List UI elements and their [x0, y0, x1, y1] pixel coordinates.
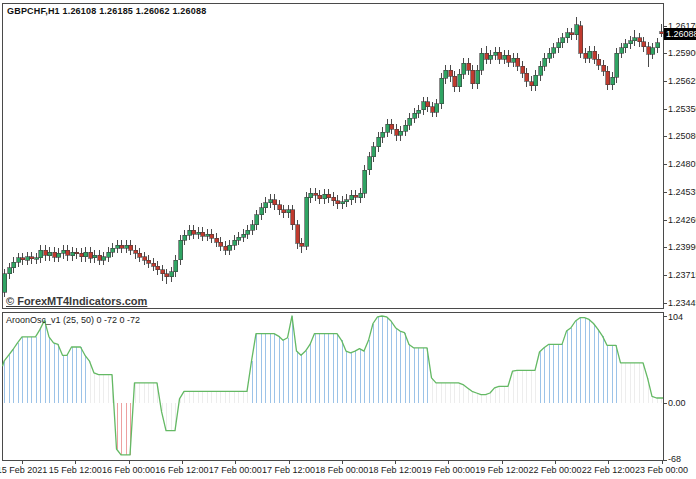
price-axis-label: 1.25900 [668, 48, 696, 58]
time-axis-label: 23 Feb 00:00 [635, 465, 688, 475]
mt4-chart-window: GBPCHF,H1 1.26108 1.26185 1.26062 1.2608… [0, 0, 696, 479]
chart-canvas[interactable] [0, 0, 696, 479]
time-axis-label: 22 Feb 00:00 [528, 465, 581, 475]
oscillator-axis-label: 0.00 [668, 398, 686, 408]
price-axis-label: 1.24260 [668, 215, 696, 225]
price-axis-label: 1.25625 [668, 76, 696, 86]
time-axis-label: 15 Feb 2021 [0, 465, 47, 475]
time-axis-label: 18 Feb 00:00 [315, 465, 368, 475]
price-axis-label: 1.23990 [668, 242, 696, 252]
time-axis-label: 19 Feb 00:00 [422, 465, 475, 475]
main-chart-border [3, 4, 664, 309]
time-axis-label: 19 Feb 12:00 [475, 465, 528, 475]
price-axis-label: 1.24535 [668, 187, 696, 197]
time-axis-label: 22 Feb 12:00 [582, 465, 635, 475]
price-axis-label: 1.25080 [668, 131, 696, 141]
current-price-tag: 1.26088 [664, 28, 696, 40]
oscillator-series [5, 316, 662, 455]
watermark-link[interactable]: © ForexMT4Indicators.com [6, 295, 147, 307]
time-axis-label: 16 Feb 12:00 [155, 465, 208, 475]
indicator-label: AroonOsc_v1 (25, 50) 0 -72 0 -72 [6, 315, 140, 325]
chart-title: GBPCHF,H1 1.26108 1.26185 1.26062 1.2608… [7, 6, 206, 16]
price-axis-label: 1.25350 [668, 104, 696, 114]
time-axis-label: 17 Feb 12:00 [262, 465, 315, 475]
oscillator-axis-label: -68 [668, 454, 681, 464]
time-axis-label: 15 Feb 12:00 [49, 465, 102, 475]
time-axis-label: 17 Feb 00:00 [209, 465, 262, 475]
oscillator-axis-label: 104 [668, 312, 683, 322]
time-axis-label: 18 Feb 12:00 [369, 465, 422, 475]
candlestick-series [3, 17, 664, 297]
price-axis-label: 1.23715 [668, 270, 696, 280]
price-axis-label: 1.23445 [668, 298, 696, 308]
time-axis-label: 16 Feb 00:00 [102, 465, 155, 475]
price-axis-label: 1.24805 [668, 159, 696, 169]
